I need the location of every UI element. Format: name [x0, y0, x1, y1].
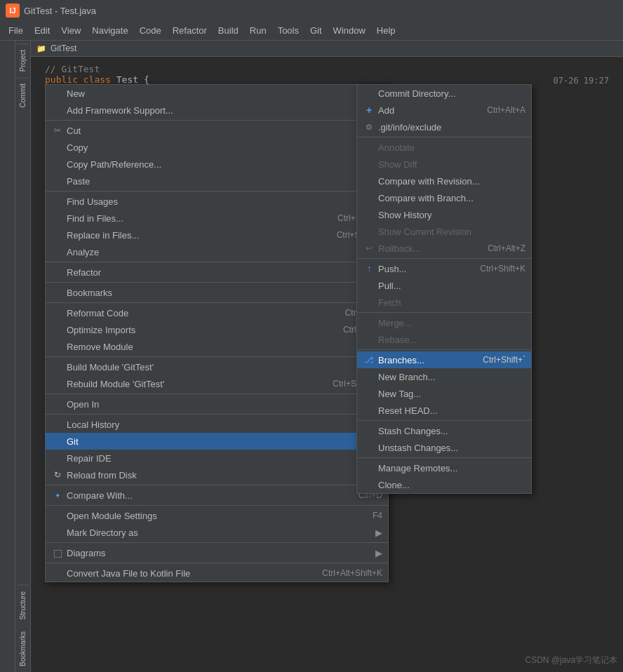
menu-bar: File Edit View Navigate Code Refactor Bu…: [0, 21, 623, 41]
sub-clone[interactable]: Clone...: [357, 476, 531, 493]
sub-show-current-revision: Show Current Revision: [357, 223, 531, 240]
ctx-copy[interactable]: Copy Ctrl+C: [46, 139, 388, 156]
sub-sep3: [357, 312, 531, 313]
sub-compare-with-revision[interactable]: Compare with Revision...: [357, 173, 531, 189]
ctx-copy-path[interactable]: Copy Path/Reference...: [46, 156, 388, 173]
sep7: [46, 394, 388, 394]
sub-pull[interactable]: Pull...: [357, 277, 531, 294]
menu-window[interactable]: Window: [328, 23, 371, 38]
menu-navigate[interactable]: Navigate: [86, 23, 133, 38]
tab-project[interactable]: Project: [17, 43, 29, 77]
menu-build[interactable]: Build: [213, 23, 244, 38]
push-icon: ↑: [363, 262, 375, 275]
ctx-find-in-files[interactable]: Find in Files... Ctrl+Shift+F: [46, 210, 388, 227]
reload-icon: ↻: [51, 469, 64, 481]
menu-edit[interactable]: Edit: [29, 23, 55, 38]
ctx-open-in[interactable]: Open In ▶: [46, 396, 388, 412]
compare-icon: ✦: [51, 489, 64, 502]
sub-sep1: [357, 137, 531, 137]
title-bar: IJ GitTest - Test.java: [0, 0, 623, 21]
tab-commit[interactable]: Commit: [17, 77, 29, 113]
branches-icon: ⎇: [363, 354, 375, 366]
git-icon: [51, 435, 64, 448]
menu-refactor[interactable]: Refactor: [167, 23, 213, 38]
ctx-compare-with[interactable]: ✦ Compare With... Ctrl+D: [46, 487, 388, 504]
ctx-replace-in-files[interactable]: Replace in Files... Ctrl+Shift+R: [46, 227, 388, 243]
ctx-new[interactable]: New ▶: [46, 85, 388, 102]
add-icon: +: [363, 104, 375, 116]
ctx-build-module[interactable]: Build Module 'GitTest': [46, 358, 388, 375]
sep11: [46, 542, 388, 543]
sub-sep4: [357, 349, 531, 350]
app-icon: IJ: [6, 4, 20, 18]
sep6: [46, 356, 388, 357]
menu-tools[interactable]: Tools: [272, 23, 304, 38]
rollback-icon: ↩: [363, 242, 375, 255]
ctx-reload-from-disk[interactable]: ↻ Reload from Disk: [46, 466, 388, 483]
sub-rebase: Rebase...: [357, 331, 531, 348]
ctx-find-usages[interactable]: Find Usages Alt+F7: [46, 193, 388, 210]
paste-icon: [51, 175, 64, 187]
menu-file[interactable]: File: [3, 23, 29, 38]
sep12: [46, 563, 388, 563]
side-tabs: Project Commit Structure Bookmarks: [15, 41, 31, 672]
ctx-convert-java[interactable]: Convert Java File to Kotlin File Ctrl+Al…: [46, 565, 388, 582]
sub-branches[interactable]: ⎇ Branches... Ctrl+Shift+`: [357, 351, 531, 368]
project-title: GitTest: [51, 43, 76, 53]
tab-structure[interactable]: Structure: [17, 585, 29, 626]
sub-show-history[interactable]: Show History: [357, 206, 531, 223]
sub-merge: Merge...: [357, 314, 531, 331]
ctx-cut[interactable]: ✂ Cut Ctrl+X: [46, 122, 388, 139]
menu-code[interactable]: Code: [134, 23, 167, 38]
sep10: [46, 505, 388, 506]
sep4: [46, 282, 388, 283]
ctx-rebuild-module[interactable]: Rebuild Module 'GitTest' Ctrl+Shift+F9: [46, 375, 388, 392]
new-icon: [51, 87, 64, 100]
sub-add[interactable]: + Add Ctrl+Alt+A: [357, 102, 531, 119]
menu-run[interactable]: Run: [244, 23, 272, 38]
sep3: [46, 262, 388, 262]
sub-fetch: Fetch: [357, 294, 531, 311]
sub-commit-directory[interactable]: Commit Directory...: [357, 85, 531, 102]
sep1: [46, 120, 388, 121]
sub-sep6: [357, 457, 531, 458]
menu-view[interactable]: View: [55, 23, 86, 38]
ctx-reformat[interactable]: Reformat Code Ctrl+Alt+L: [46, 304, 388, 321]
sub-sep5: [357, 420, 531, 421]
editor-info: 07-26 19:27: [554, 76, 609, 86]
ctx-mark-directory[interactable]: Mark Directory as ▶: [46, 524, 388, 541]
ctx-remove-module[interactable]: Remove Module Delete: [46, 338, 388, 355]
sub-stash-changes[interactable]: Stash Changes...: [357, 422, 531, 439]
sub-new-branch[interactable]: New Branch...: [357, 368, 531, 385]
ctx-paste[interactable]: Paste Ctrl+V: [46, 173, 388, 189]
sub-unstash-changes[interactable]: Unstash Changes...: [357, 439, 531, 456]
ctx-diagrams[interactable]: ⬚ Diagrams ▶: [46, 544, 388, 561]
sub-reset-head[interactable]: Reset HEAD...: [357, 402, 531, 419]
ctx-local-history[interactable]: Local History ▶: [46, 416, 388, 433]
cut-icon: ✂: [51, 124, 64, 137]
ctx-analyze[interactable]: Analyze ▶: [46, 243, 388, 260]
app-title: GitTest - Test.java: [24, 6, 96, 16]
sub-gitinfo-exclude[interactable]: ⚙ .git/info/exclude: [357, 119, 531, 135]
diagrams-icon: ⬚: [51, 546, 64, 559]
git-submenu: Commit Directory... + Add Ctrl+Alt+A ⚙ .…: [356, 84, 532, 494]
sep9: [46, 485, 388, 485]
sub-new-tag[interactable]: New Tag...: [357, 385, 531, 402]
sub-manage-remotes[interactable]: Manage Remotes...: [357, 459, 531, 476]
ctx-refactor[interactable]: Refactor ▶: [46, 264, 388, 281]
sub-annotate: Annotate: [357, 139, 531, 156]
left-sidebar: [0, 41, 15, 672]
sep5: [46, 302, 388, 303]
menu-help[interactable]: Help: [371, 23, 401, 38]
ctx-bookmarks[interactable]: Bookmarks ▶: [46, 284, 388, 301]
menu-git[interactable]: Git: [304, 23, 328, 38]
ctx-git[interactable]: Git ▶: [46, 433, 388, 450]
tab-bookmarks[interactable]: Bookmarks: [17, 626, 29, 672]
sub-push[interactable]: ↑ Push... Ctrl+Shift+K: [357, 260, 531, 277]
ctx-open-module-settings[interactable]: Open Module Settings F4: [46, 507, 388, 524]
sub-compare-with-branch[interactable]: Compare with Branch...: [357, 189, 531, 206]
ctx-optimize-imports[interactable]: Optimize Imports Ctrl+Alt+O: [46, 321, 388, 338]
gitinfo-icon: ⚙: [363, 121, 375, 133]
ctx-add-framework[interactable]: Add Framework Support...: [46, 102, 388, 119]
ctx-repair-ide[interactable]: Repair IDE: [46, 450, 388, 466]
